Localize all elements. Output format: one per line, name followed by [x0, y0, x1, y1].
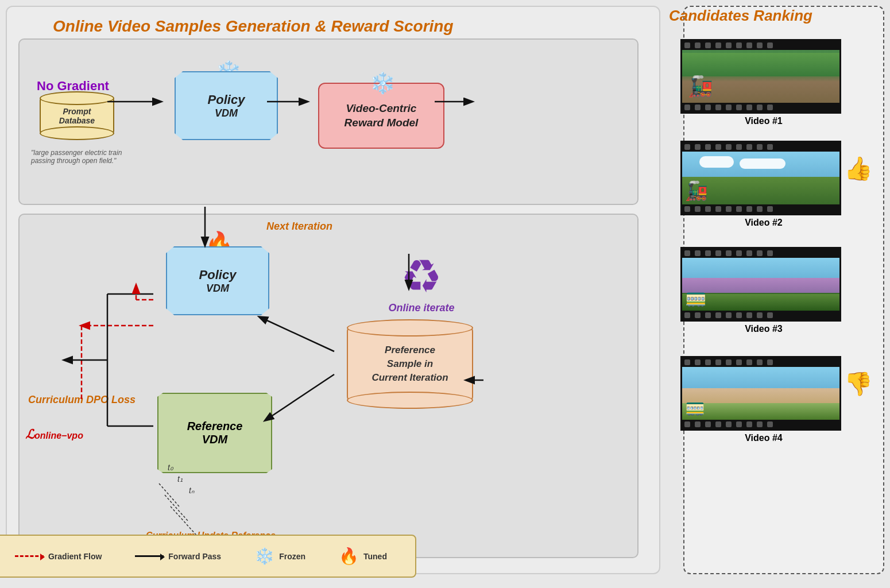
reward-label: Video-CentricReward Model	[345, 102, 419, 130]
online-iterate-label: Online iterate	[388, 302, 454, 314]
prompt-text: "large passenger electric train passing …	[31, 149, 137, 165]
video-3-frame: 🚃	[680, 247, 841, 322]
top-process: No Gradient PromptDatabase "large passen…	[18, 38, 639, 205]
video-1-frame: 🚂	[680, 39, 841, 114]
t0-label: t₀	[168, 463, 173, 472]
curriculum-dpo-label: Curriculum DPO Loss	[28, 393, 143, 407]
thumbs-down-icon: 👎	[844, 370, 873, 397]
scene-3: 🚃	[682, 258, 839, 311]
online-iterate: ♻ Online iterate	[370, 243, 473, 324]
reward-model: ❄️ Video-CentricReward Model	[318, 83, 444, 149]
policy-vdm-bottom: 🔥 Policy VDM	[166, 246, 269, 315]
film-strip-top-1	[682, 41, 839, 50]
next-iteration-label: Next Iteration	[266, 220, 332, 233]
video-4-frame: 🚃	[680, 356, 841, 431]
forward-pass-arrow-icon	[135, 555, 164, 557]
prompt-database: PromptDatabase	[40, 97, 120, 149]
legend-tuned: 🔥 Tuned	[339, 547, 387, 566]
film-strip-bottom-1	[682, 103, 839, 112]
legend-frozen: ❄️ Frozen	[254, 547, 305, 566]
tuned-icon: 🔥	[339, 547, 359, 566]
main-container: Online Video Samples Generation & Reward…	[0, 0, 890, 588]
video-3-container: 🚃 Video #3	[680, 247, 847, 334]
video-1-container: 🚂 Video #1	[680, 39, 847, 126]
loss-symbol: ℒ	[25, 427, 34, 442]
pref-label: Preference Sample in Current Iteration	[372, 343, 448, 384]
video-3-label: Video #3	[680, 324, 847, 334]
film-strip-top-3	[682, 249, 839, 258]
main-title: Online Video Samples Generation & Reward…	[53, 17, 454, 36]
policy-label-bottom: Policy	[199, 268, 237, 283]
frozen-icon: ❄️	[254, 547, 274, 566]
left-section: Online Video Samples Generation & Reward…	[6, 6, 660, 574]
policy-ribbon-bottom: Policy VDM	[166, 246, 269, 315]
video-1-content: 🚂	[682, 50, 839, 103]
reference-vdm: Reference VDM	[157, 393, 272, 473]
db-top	[40, 91, 114, 105]
video-2-frame: 🚂	[680, 141, 841, 215]
policy-label-top: Policy	[208, 92, 245, 107]
snowflake-icon-reward: ❄️	[370, 71, 396, 95]
video-4-content: 🚃	[682, 367, 839, 420]
db-cylinder: PromptDatabase	[40, 97, 114, 134]
policy-ribbon-top: Policy VDM	[175, 71, 278, 140]
scene-4: 🚃	[682, 367, 839, 420]
film-strip-bottom-4	[682, 420, 839, 429]
book-shape: Reference VDM	[157, 393, 272, 473]
video-4-container: 🚃 👎 Video #4	[680, 356, 847, 443]
t1-label: t₁	[177, 474, 183, 483]
gradient-flow-arrow-icon	[15, 555, 44, 557]
video-4-label: Video #4	[680, 433, 847, 443]
frozen-label: Frozen	[279, 552, 305, 561]
scene-2: 🚂	[682, 152, 839, 204]
preference-db: Preference Sample in Current Iteration	[347, 327, 473, 401]
preference-sample: Preference Sample in Current Iteration	[347, 327, 473, 401]
film-strip-top-2	[682, 142, 839, 152]
pref-db-bottom	[347, 392, 473, 409]
legend-gradient-flow: Gradient Flow	[15, 552, 102, 561]
db-bottom	[40, 126, 114, 140]
thumbs-up-icon: 👍	[844, 155, 873, 182]
video-1-label: Video #1	[680, 116, 847, 126]
circular-arrow-icon: ♻	[401, 254, 442, 300]
video-3-content: 🚃	[682, 258, 839, 311]
legend-forward-pass: Forward Pass	[135, 552, 221, 561]
forward-pass-label: Forward Pass	[168, 552, 221, 561]
candidates-title: Candidates Ranking	[669, 7, 812, 25]
loss-formula: ℒonline−vpo	[25, 427, 83, 442]
scene-1: 🚂	[682, 50, 839, 103]
film-strip-top-4	[682, 358, 839, 367]
gradient-flow-label: Gradient Flow	[48, 552, 102, 561]
tn-label: tₙ	[189, 486, 195, 495]
video-2-container: 🚂 👍 Video #2	[680, 141, 847, 228]
policy-vdm-top: ❄️ Policy VDM	[175, 71, 278, 140]
vdm-label-bottom: VDM	[206, 283, 229, 295]
tuned-label: Tuned	[363, 552, 387, 561]
vdm-label-top: VDM	[215, 107, 238, 119]
bottom-process: Next Iteration 🔥 Policy VDM Reference VD…	[18, 214, 639, 558]
film-strip-bottom-3	[682, 311, 839, 320]
film-strip-bottom-2	[682, 204, 839, 214]
db-label: PromptDatabase	[59, 107, 95, 125]
video-2-content: 🚂	[682, 152, 839, 204]
video-2-label: Video #2	[680, 218, 847, 228]
legend: Gradient Flow Forward Pass ❄️ Frozen 🔥 T…	[0, 535, 416, 578]
